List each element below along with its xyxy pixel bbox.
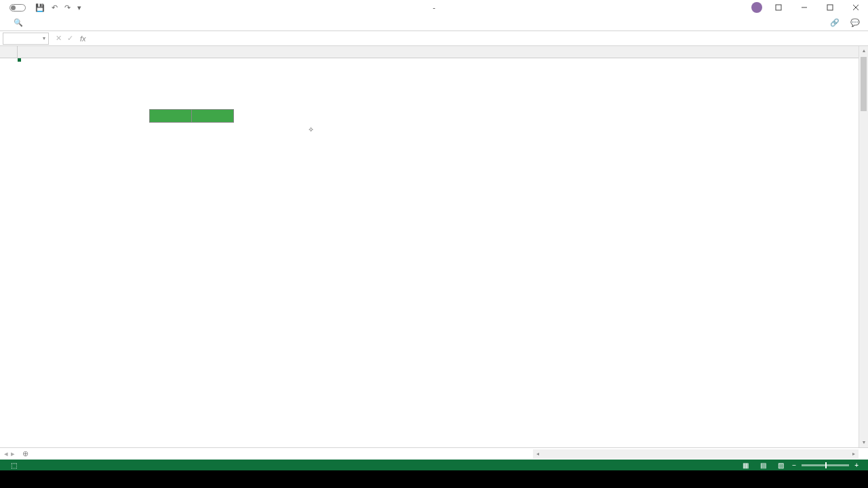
status-bar: ⬚ ▦ ▤ ▧ − + [0, 460, 868, 470]
add-sheet-button[interactable]: ⊕ [19, 449, 31, 458]
name-box[interactable] [3, 33, 49, 45]
header-figures[interactable] [192, 109, 234, 122]
page-layout-view-icon[interactable]: ▤ [757, 460, 769, 470]
quick-access-toolbar: 💾 ↶ ↷ ▾ [35, 3, 81, 12]
close-icon[interactable] [846, 0, 865, 15]
header-months[interactable] [150, 109, 192, 122]
search-icon: 🔍 [14, 18, 23, 27]
formula-bar: ✕ ✓ fx [0, 31, 868, 46]
tell-me-search[interactable]: 🔍 [14, 18, 81, 27]
undo-icon[interactable]: ↶ [52, 3, 58, 12]
cancel-icon[interactable]: ✕ [56, 34, 62, 43]
enter-icon[interactable]: ✓ [67, 34, 73, 43]
search-input[interactable] [27, 19, 81, 27]
sheet-nav-prev-icon[interactable]: ◂ [4, 449, 8, 458]
scroll-right-icon[interactable]: ▸ [849, 449, 859, 459]
svg-rect-0 [776, 5, 781, 10]
data-table [144, 109, 234, 123]
redo-icon[interactable]: ↷ [64, 3, 71, 12]
macro-record-icon[interactable]: ⬚ [11, 462, 17, 469]
scroll-left-icon[interactable]: ◂ [533, 449, 542, 459]
cells-area[interactable]: ✧ [18, 58, 859, 447]
ribbon-display-icon[interactable] [769, 0, 788, 15]
svg-rect-2 [827, 5, 833, 10]
column-headers [18, 46, 859, 58]
qat-dropdown-icon[interactable]: ▾ [77, 3, 81, 12]
maximize-icon[interactable] [821, 0, 840, 15]
vertical-scrollbar[interactable]: ▴ ▾ [859, 46, 868, 447]
select-all-corner[interactable] [0, 46, 18, 58]
fx-icon[interactable]: fx [80, 35, 86, 43]
toggle-switch[interactable] [9, 4, 26, 12]
user-avatar[interactable] [751, 2, 762, 13]
sheet-nav-next-icon[interactable]: ▸ [11, 449, 15, 458]
scroll-up-icon[interactable]: ▴ [859, 46, 868, 56]
zoom-in-icon[interactable]: + [854, 462, 859, 469]
formula-input[interactable] [90, 33, 868, 45]
cursor-icon: ✧ [308, 125, 314, 134]
active-cell-indicator [18, 58, 20, 61]
zoom-slider[interactable] [802, 464, 849, 466]
row-headers [0, 58, 18, 447]
minimize-icon[interactable] [795, 0, 814, 15]
comments-button[interactable]: 💬 [850, 18, 863, 27]
zoom-out-icon[interactable]: − [792, 462, 796, 469]
window-title: - [429, 3, 439, 12]
horizontal-scrollbar[interactable]: ◂ ▸ [533, 449, 859, 459]
autosave-toggle[interactable] [0, 4, 26, 12]
share-button[interactable]: 🔗 [830, 18, 842, 27]
sheet-tab-bar: ◂ ▸ ⊕ ◂ ▸ [0, 447, 868, 460]
title-bar: 💾 ↶ ↷ ▾ - [0, 0, 868, 15]
save-icon[interactable]: 💾 [35, 3, 45, 12]
spreadsheet-grid[interactable]: ✧ ▴ ▾ [0, 46, 868, 447]
normal-view-icon[interactable]: ▦ [739, 460, 751, 470]
scroll-down-icon[interactable]: ▾ [859, 438, 868, 447]
page-break-view-icon[interactable]: ▧ [774, 460, 787, 470]
ribbon-tabs: 🔍 🔗 💬 [0, 15, 868, 31]
scroll-thumb[interactable] [861, 57, 867, 111]
